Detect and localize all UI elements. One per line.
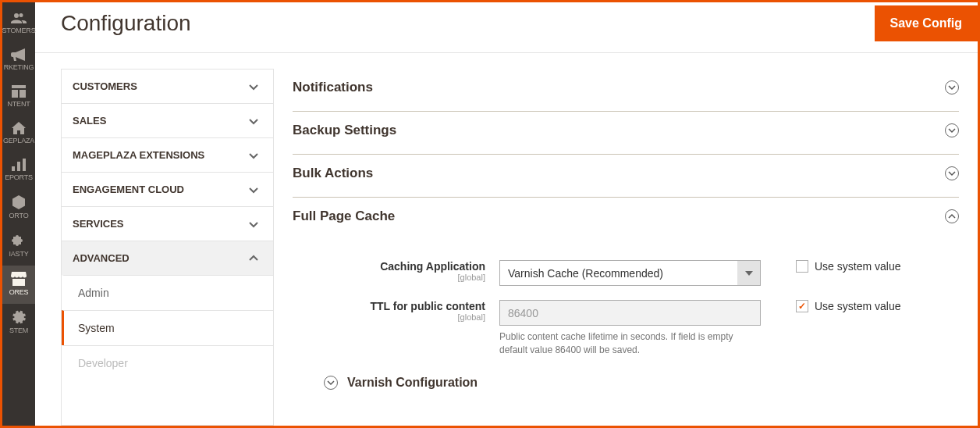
section-full-page-cache[interactable]: Full Page Cache xyxy=(293,198,959,240)
chevron-down-icon xyxy=(248,81,259,92)
settings-panel: Notifications Backup Settings Bulk Actio… xyxy=(293,69,978,426)
config-group-sales[interactable]: SALES xyxy=(62,103,273,137)
ttl-input[interactable] xyxy=(499,300,761,326)
row-caching-application: Caching Application [global] Varnish Cac… xyxy=(293,260,959,286)
nav-amasty[interactable]: IASTY xyxy=(2,227,35,266)
nav-reports[interactable]: EPORTS xyxy=(2,152,35,189)
expand-icon xyxy=(324,376,338,390)
nav-marketing[interactable]: RKETING xyxy=(2,42,35,79)
section-notifications[interactable]: Notifications xyxy=(293,69,959,112)
nav-content[interactable]: NTENT xyxy=(2,79,35,116)
home-icon xyxy=(12,122,26,134)
section-backup[interactable]: Backup Settings xyxy=(293,112,959,155)
collapse-icon xyxy=(945,209,959,223)
config-group-mageplaza[interactable]: MAGEPLAZA EXTENSIONS xyxy=(62,137,273,172)
chevron-down-icon xyxy=(248,219,259,230)
expand-icon xyxy=(945,166,959,180)
gear-icon xyxy=(12,310,26,324)
puzzle-icon xyxy=(12,234,26,248)
chevron-up-icon xyxy=(248,253,259,264)
section-title: Full Page Cache xyxy=(293,209,395,224)
config-sub-system[interactable]: System xyxy=(62,310,273,345)
hexagon-icon xyxy=(12,195,26,209)
row-ttl: TTL for public content [global] Public c… xyxy=(293,300,959,357)
varnish-config-subsection[interactable]: Varnish Configuration xyxy=(293,371,959,401)
nav-system[interactable]: STEM xyxy=(2,304,35,342)
checkbox-checked-icon xyxy=(796,300,808,312)
admin-sidebar: STOMERS RKETING NTENT GEPLAZA EPORTS ORT… xyxy=(2,2,35,426)
fpc-body: Caching Application [global] Varnish Cac… xyxy=(293,240,959,408)
config-group-advanced[interactable]: ADVANCED xyxy=(62,241,273,275)
use-system-value-caching[interactable]: Use system value xyxy=(796,260,900,273)
people-icon xyxy=(11,12,27,24)
config-sub-developer[interactable]: Developer xyxy=(62,345,273,380)
store-icon xyxy=(11,272,27,286)
section-title: Backup Settings xyxy=(293,123,396,138)
scope-ttl: [global] xyxy=(293,312,485,322)
caching-application-select[interactable]: Varnish Cache (Recommended) xyxy=(499,260,761,286)
scope-caching-app: [global] xyxy=(293,273,485,282)
config-group-engagement[interactable]: ENGAGEMENT CLOUD xyxy=(62,172,273,206)
chevron-down-icon xyxy=(248,150,259,161)
checkbox-icon xyxy=(796,260,808,273)
chevron-down-icon xyxy=(248,184,259,195)
config-group-customers[interactable]: CUSTOMERS xyxy=(62,69,273,103)
layout-icon xyxy=(12,85,26,98)
nav-porto[interactable]: ORTO xyxy=(2,189,35,227)
section-bulk-actions[interactable]: Bulk Actions xyxy=(293,155,959,198)
bar-chart-icon xyxy=(12,159,26,171)
page-header: Configuration Save Config xyxy=(35,2,978,53)
save-config-button[interactable]: Save Config xyxy=(875,5,978,41)
ttl-note: Public content cache lifetime in seconds… xyxy=(499,330,761,357)
config-sub-admin[interactable]: Admin xyxy=(62,275,273,310)
section-title: Notifications xyxy=(293,80,373,95)
chevron-down-icon xyxy=(248,116,259,127)
use-system-value-ttl[interactable]: Use system value xyxy=(796,300,900,312)
section-title: Bulk Actions xyxy=(293,166,373,181)
expand-icon xyxy=(945,123,959,137)
page-title: Configuration xyxy=(61,11,191,36)
label-caching-app: Caching Application xyxy=(293,260,485,273)
nav-customers[interactable]: STOMERS xyxy=(2,5,35,42)
nav-stores[interactable]: ORES xyxy=(2,266,35,304)
nav-mageplaza[interactable]: GEPLAZA xyxy=(2,116,35,152)
expand-icon xyxy=(945,80,959,95)
megaphone-icon xyxy=(11,48,27,61)
label-ttl: TTL for public content xyxy=(293,300,485,312)
config-sidebar: CUSTOMERS SALES MAGEPLAZA EXTENSIONS ENG… xyxy=(61,69,274,426)
config-group-services[interactable]: SERVICES xyxy=(62,206,273,241)
